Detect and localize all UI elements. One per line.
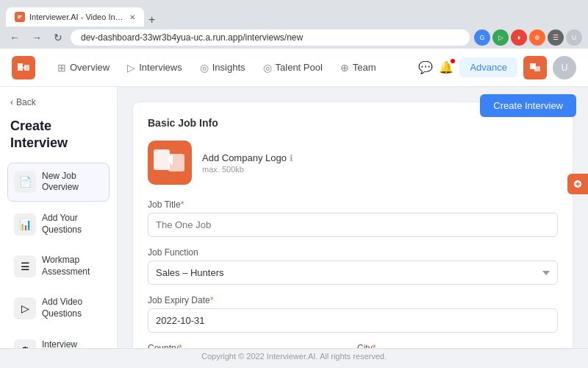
svg-rect-0	[16, 13, 24, 21]
create-interview-button[interactable]: Create Interview	[480, 94, 576, 117]
location-row: Country* City*	[148, 343, 558, 348]
new-tab-button[interactable]: +	[144, 13, 159, 26]
video-questions-label: Add Video Questions	[42, 297, 103, 319]
forward-nav-button[interactable]: →	[28, 30, 46, 45]
left-sidebar: ‹ Back Create Interview 📄 New Job Overvi…	[0, 87, 118, 348]
video-questions-icon: ▷	[14, 297, 36, 319]
insights-icon: ◎	[200, 62, 209, 74]
overview-icon: ⊞	[57, 62, 66, 74]
tab-title: Interviewer.AI - Video Intelli...	[29, 13, 125, 21]
back-nav-button[interactable]: ←	[6, 30, 24, 45]
logo-upload-label: Add Company Logo ℹ	[202, 152, 293, 163]
back-button[interactable]: ‹ Back	[7, 96, 110, 109]
talent-pool-icon: ◎	[263, 62, 272, 74]
city-group: City*	[357, 343, 558, 348]
job-expiry-label: Job Expiry Date*	[148, 295, 558, 305]
ext-icon-3[interactable]: ♦	[511, 29, 527, 46]
ext-icon-5[interactable]: ☰	[548, 29, 564, 46]
country-group: Country*	[148, 343, 348, 348]
refresh-nav-button[interactable]: ↻	[50, 30, 66, 45]
section-title: Basic Job Info	[148, 117, 558, 129]
address-input[interactable]	[71, 29, 470, 46]
main-area: ‹ Back Create Interview 📄 New Job Overvi…	[0, 87, 588, 348]
job-title-input[interactable]	[148, 213, 558, 237]
ext-icon-2[interactable]: ▷	[492, 29, 509, 46]
job-expiry-group: Job Expiry Date*	[148, 295, 558, 333]
nav-right: 💬 🔔 Advance U	[418, 56, 576, 79]
workmap-icon: ☰	[14, 255, 36, 277]
advance-button[interactable]: Advance	[459, 57, 517, 77]
user-avatar-browser[interactable]: U	[566, 29, 582, 46]
logo[interactable]	[12, 56, 35, 79]
job-expiry-input[interactable]	[148, 308, 558, 333]
logo-upload-row: Add Company Logo ℹ max. 500kb	[148, 141, 558, 185]
nav-interviews[interactable]: ▷ Interviews	[120, 57, 190, 78]
nav-team[interactable]: ⊕ Team	[333, 57, 384, 78]
job-title-group: Job Title*	[148, 199, 558, 237]
tab-favicon	[15, 12, 25, 22]
settings-icon: ⚙	[14, 339, 36, 348]
job-function-label: Job Function	[148, 247, 558, 258]
ext-icon-1[interactable]: G	[474, 29, 490, 46]
extensions-area: G ▷ ♦ ⊕ ☰ U	[474, 29, 582, 46]
logo-upload-info: Add Company Logo ℹ max. 500kb	[202, 152, 293, 174]
sidebar-step-new-job[interactable]: 📄 New Job Overview	[7, 163, 110, 202]
new-job-label: New Job Overview	[42, 171, 103, 194]
tab-close-button[interactable]: ✕	[129, 13, 135, 21]
active-tab[interactable]: Interviewer.AI - Video Intelli... ✕	[6, 7, 144, 26]
footer: Copyright © 2022 Interviewer.AI. All rig…	[0, 348, 588, 364]
chat-app-button[interactable]	[523, 56, 547, 79]
nav-items: ⊞ Overview ▷ Interviews ◎ Insights ◎ Tal…	[50, 57, 418, 78]
sidebar-step-questions[interactable]: 📊 Add Your Questions	[7, 205, 110, 244]
back-chevron-icon: ‹	[10, 97, 13, 107]
top-nav: ⊞ Overview ▷ Interviews ◎ Insights ◎ Tal…	[0, 49, 588, 87]
workmap-label: Workmap Assessment	[42, 255, 103, 277]
logo-preview[interactable]	[148, 141, 192, 185]
logo-box	[12, 56, 35, 79]
notification-dot	[451, 59, 455, 63]
sidebar-step-video-questions[interactable]: ▷ Add Video Questions	[7, 289, 110, 328]
country-label: Country*	[148, 343, 348, 348]
questions-icon: 📊	[14, 213, 36, 236]
logo-info-icon: ℹ	[290, 153, 293, 163]
nav-overview[interactable]: ⊞ Overview	[50, 57, 117, 78]
nav-insights[interactable]: ◎ Insights	[193, 57, 253, 78]
job-title-label: Job Title*	[148, 199, 558, 210]
sidebar-step-workmap[interactable]: ☰ Workmap Assessment	[7, 247, 110, 286]
right-content: Create Interview Basic Job Info Ad	[118, 87, 588, 348]
page-title: Create Interview	[7, 115, 110, 160]
nav-talent-pool[interactable]: ◎ Talent Pool	[256, 57, 330, 78]
questions-label: Add Your Questions	[42, 213, 103, 236]
chat-icon-button[interactable]: 💬	[418, 60, 433, 74]
logo-upload-hint: max. 500kb	[202, 165, 293, 174]
floating-widget[interactable]	[567, 174, 588, 194]
bell-button[interactable]: 🔔	[439, 60, 453, 74]
job-function-group: Job Function Sales – HuntersEngineeringM…	[148, 247, 558, 285]
new-job-icon: 📄	[14, 171, 36, 193]
settings-label: Interview Settings	[42, 339, 103, 348]
job-function-select[interactable]: Sales – HuntersEngineeringMarketingDesig…	[148, 261, 558, 285]
sidebar-step-interview-settings[interactable]: ⚙ Interview Settings	[7, 331, 110, 348]
interviews-icon: ▷	[127, 62, 135, 74]
city-label: City*	[357, 343, 558, 348]
address-bar-row: ← → ↻ G ▷ ♦ ⊕ ☰ U	[0, 26, 588, 49]
basic-job-info-card: Basic Job Info Add Company Logo ℹ	[132, 102, 573, 348]
team-icon: ⊕	[340, 62, 349, 74]
user-avatar[interactable]: U	[553, 56, 576, 79]
ext-icon-4[interactable]: ⊕	[529, 29, 545, 46]
